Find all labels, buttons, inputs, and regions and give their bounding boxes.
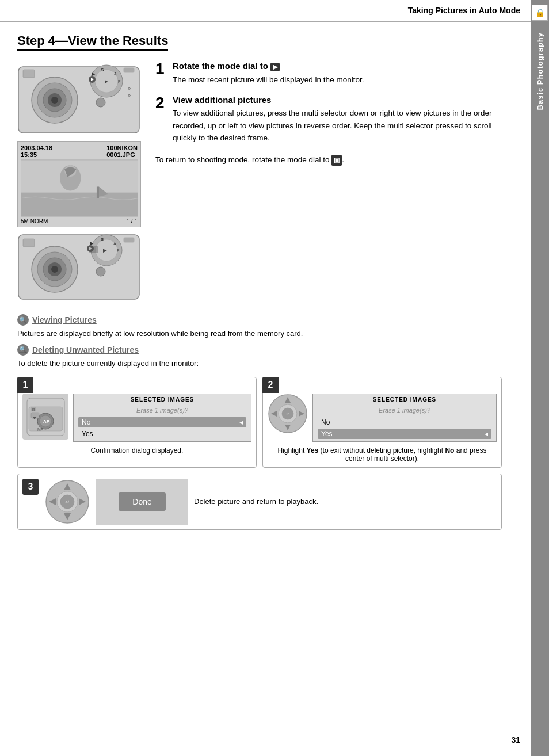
screen-frame: 1 / 1: [127, 218, 138, 224]
svg-rect-41: [23, 239, 35, 247]
svg-rect-43: [89, 246, 98, 253]
delete-step-1-num: 1: [17, 377, 33, 393]
deleting-pictures-text: To delete the picture currently displaye…: [17, 358, 502, 369]
sidebar-label: Basic Photography: [536, 32, 544, 110]
dialog-2-erase: Erase 1 image(s)?: [315, 407, 494, 414]
dialog-1-yes: Yes: [78, 429, 246, 439]
step3-selector: ↵: [44, 479, 90, 525]
step-images: S A P ▶: [17, 61, 144, 303]
step-1-content: Rotate the mode dial to ▶ The most recen…: [173, 61, 364, 86]
step-1-desc: The most recent picture will be displaye…: [173, 74, 364, 86]
screen-quality: 5M NORM: [21, 218, 48, 224]
dialog-1-erase: Erase 1 image(s)?: [76, 407, 249, 414]
svg-text:MF: MF: [37, 427, 43, 432]
header-title: Taking Pictures in Auto Mode: [408, 6, 520, 15]
delete-step-3-num: 3: [22, 479, 39, 495]
svg-text:▶: ▶: [103, 248, 107, 253]
viewing-pictures-label: Viewing Pictures: [32, 315, 97, 324]
multi-selector: ↵: [268, 394, 308, 434]
svg-text:⚙: ⚙: [128, 94, 131, 97]
step-2-content: View additional pictures To view additio…: [173, 95, 502, 144]
delete-step-3-box: 3 ↵ Done Delete picture and return to pl…: [17, 474, 502, 530]
lock-icon: 🔒: [532, 5, 548, 21]
dialog-1-options: No ◂ Yes: [76, 417, 249, 439]
screen-folder: 100NIKON 0001.JPG: [106, 144, 138, 158]
svg-text:🗑: 🗑: [32, 408, 35, 411]
dialog-1-no: No ◂: [78, 417, 246, 427]
deleting-pictures-heading: 🔍 Deleting Unwanted Pictures: [17, 344, 502, 356]
step-1-title: Rotate the mode dial to ▶: [173, 61, 364, 71]
step-2-desc: To view additional pictures, press the m…: [173, 107, 502, 144]
step3-dialog: Done: [96, 479, 188, 525]
arrow-icon: ◂: [239, 418, 243, 426]
play-mode-icon: ▶: [270, 63, 280, 71]
svg-text:↵: ↵: [286, 411, 290, 417]
svg-rect-42: [124, 238, 134, 242]
screen-info: 2003.04.18 15:35 100NIKON 0001.JPG: [21, 144, 138, 158]
step-1-number: 1: [155, 61, 167, 86]
step3-text: Delete picture and return to playback.: [194, 496, 497, 507]
svg-point-14: [96, 98, 105, 107]
svg-text:A: A: [114, 72, 117, 76]
delete-steps-row: 1 AF MF: [17, 377, 502, 468]
dialog-1-title: SELECTED IMAGES: [76, 396, 249, 404]
step-2-item: 2 View additional pictures To view addit…: [155, 95, 502, 144]
step-layout: S A P ▶: [17, 61, 502, 303]
svg-text:S: S: [101, 67, 104, 72]
step-1-item: 1 Rotate the mode dial to ▶ The most rec…: [155, 61, 502, 86]
viewing-pictures-icon: 🔍: [17, 314, 29, 326]
delete-step-2-caption: Highlight Yes (to exit without deleting …: [268, 446, 497, 463]
dialog-2-yes: Yes ◂: [318, 429, 491, 439]
camera-mode-icon: ▣: [331, 155, 342, 166]
svg-rect-22: [97, 186, 99, 198]
camera-screen-image: 2003.04.18 15:35 100NIKON 0001.JPG: [17, 141, 141, 227]
svg-text:↵: ↵: [65, 499, 70, 505]
page-header: Taking Pictures in Auto Mode: [0, 0, 549, 22]
return-note: To return to shooting mode, rotate the m…: [155, 154, 502, 166]
svg-text:S: S: [101, 237, 104, 242]
sidebar-tab: 🔒 Basic Photography: [531, 0, 549, 756]
dialog-2-no: No: [318, 417, 491, 427]
delete-cam-btn: AF MF 🗑: [22, 394, 68, 440]
delete-step-2-dialog: SELECTED IMAGES Erase 1 image(s)? No Yes…: [312, 394, 497, 442]
svg-text:P: P: [118, 79, 121, 83]
svg-text:P: P: [117, 249, 120, 253]
svg-point-13: [51, 97, 58, 104]
svg-text:⚙: ⚙: [128, 87, 131, 90]
deleting-pictures-section: 🔍 Deleting Unwanted Pictures To delete t…: [17, 344, 502, 369]
svg-rect-16: [124, 68, 134, 72]
delete-step-1-dialog: SELECTED IMAGES Erase 1 image(s)? No ◂ Y…: [73, 394, 251, 442]
page-number: 31: [511, 735, 520, 744]
arrow-icon-2: ◂: [485, 430, 488, 438]
deleting-pictures-label: Deleting Unwanted Pictures: [32, 345, 139, 354]
delete-step-2-box: 2 ↵: [262, 377, 502, 468]
delete-step-2-content: ↵ SELECTED IMAGES Erase 1 image(s)? No: [268, 394, 497, 442]
svg-point-40: [96, 267, 105, 276]
done-button: Done: [119, 492, 165, 511]
svg-rect-15: [23, 70, 35, 78]
svg-text:AF: AF: [43, 419, 49, 424]
delete-step-2-num: 2: [262, 377, 279, 393]
camera-top-image-2: S A P ▶ ▶: [17, 232, 144, 303]
delete-step-1-content: AF MF 🗑 SELECTED IMAGES Er: [22, 394, 251, 442]
svg-point-39: [51, 266, 58, 273]
delete-step-1-box: 1 AF MF: [17, 377, 257, 468]
svg-text:A: A: [113, 242, 116, 246]
delete-step-1-caption: Confirmation dialog displayed.: [22, 446, 251, 455]
viewing-pictures-text: Pictures are displayed briefly at low re…: [17, 328, 502, 339]
dialog-2-options: No Yes ◂: [315, 417, 494, 439]
svg-rect-21: [21, 193, 138, 216]
main-content: Step 4—View the Results S A P ▶: [0, 22, 531, 541]
screen-date: 2003.04.18 15:35: [21, 144, 52, 158]
viewing-pictures-section: 🔍 Viewing Pictures Pictures are displaye…: [17, 314, 502, 339]
camera-top-image: S A P ▶: [17, 61, 144, 136]
dialog-2-title: SELECTED IMAGES: [315, 396, 494, 404]
deleting-pictures-icon: 🔍: [17, 344, 29, 356]
screen-photo: [21, 159, 138, 217]
step-2-number: 2: [155, 95, 167, 144]
steps-text: 1 Rotate the mode dial to ▶ The most rec…: [155, 61, 502, 303]
step-2-title: View additional pictures: [173, 95, 502, 105]
step-heading: Step 4—View the Results: [17, 33, 168, 51]
viewing-pictures-heading: 🔍 Viewing Pictures: [17, 314, 502, 326]
screen-bottom: 5M NORM 1 / 1: [21, 218, 138, 224]
